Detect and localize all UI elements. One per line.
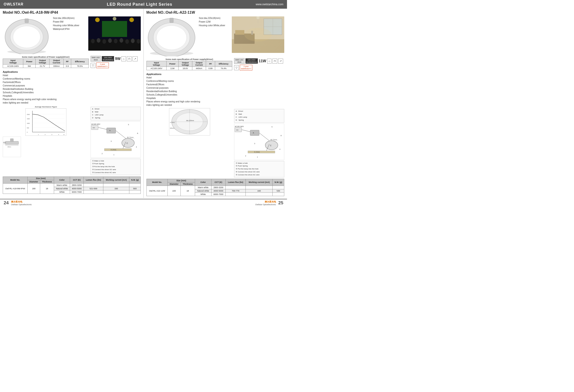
svg-text:180mm: 180mm xyxy=(7,146,11,148)
rtd2-cct-warm: 2800-3200 xyxy=(211,186,226,189)
svg-text:1: 1 xyxy=(113,154,114,156)
rtd2-current-natural: 440 xyxy=(246,189,273,193)
td-lumen-natural: 521-569 xyxy=(83,187,103,190)
step-3: ③ Put the lamp into the hole xyxy=(92,165,139,168)
rtd2-lumen-natural: 700-770 xyxy=(226,189,246,193)
rth-power: Power xyxy=(166,61,178,67)
svg-point-9 xyxy=(129,18,134,22)
page-num-left: 24 xyxy=(4,200,9,205)
right-legend-a: A Driver xyxy=(236,110,283,113)
svg-line-96 xyxy=(259,133,269,141)
svg-line-93 xyxy=(242,130,250,132)
left-spec-power: Power:9W xyxy=(53,20,86,24)
right-applications-list: Hotel Conference/Meeting rooms Factories… xyxy=(146,76,285,107)
td-current-warm xyxy=(103,183,129,187)
rtd2-color-white: White xyxy=(195,193,211,196)
svg-text:3: 3 xyxy=(52,134,52,135)
svg-point-82 xyxy=(244,28,272,41)
svg-text:500: 500 xyxy=(27,127,29,129)
footer-left: 24 澳尔星光电 Owlstar Optoelectronic xyxy=(4,200,32,206)
left-applications-title: Applications xyxy=(3,70,141,73)
svg-rect-94 xyxy=(250,130,259,136)
svg-text:2: 2 xyxy=(102,153,102,154)
left-model-title: Model NO.:Owl-RL-A18-9W-IP44 xyxy=(3,10,141,15)
step-4: ④ Connect the driver DC wire xyxy=(92,168,139,171)
svg-rect-80 xyxy=(251,29,253,35)
left-applications: Applications Hotel Conference/Meeting ro… xyxy=(3,70,141,104)
right-spec-power: Power:12W xyxy=(199,20,230,24)
svg-text:1: 1 xyxy=(38,134,39,135)
watt-badge: 9W xyxy=(115,57,121,61)
td-input-voltage: AC100-240V xyxy=(3,64,23,68)
td-cct-warm: 2800-3200 xyxy=(70,183,84,187)
svg-text:5: 5 xyxy=(128,124,129,125)
step-5: ⑤ Connect the driver AC wire xyxy=(92,171,139,174)
td-current-natural: 330 xyxy=(103,187,129,190)
svg-text:B (Wall): B (Wall) xyxy=(254,151,260,153)
right-applications: Applications Hotel Conference/Meeting ro… xyxy=(146,73,285,107)
rtd2-cct-white: 6000-7000 xyxy=(211,193,226,196)
svg-rect-70 xyxy=(232,17,284,53)
svg-text:320mm: 320mm xyxy=(170,127,174,129)
right-water-icon: ▽ xyxy=(234,65,239,70)
right-step-5: ⑤ Connect the driver AC wire xyxy=(236,174,283,176)
right-bottom-table-wrapper: Model No. Size (mm) Color CCT (K) Lumen … xyxy=(146,179,285,196)
svg-rect-73 xyxy=(264,19,282,35)
svg-point-8 xyxy=(95,18,100,22)
svg-text:3: 3 xyxy=(111,140,112,142)
output-icon: ↗ xyxy=(133,56,138,61)
rtd-power: 11W xyxy=(166,67,178,70)
th-nw: N.W. (g) xyxy=(129,176,141,183)
left-product-image xyxy=(3,17,51,55)
right-step-4: ④ Connect the driver DC wire xyxy=(236,171,283,174)
svg-point-12 xyxy=(91,39,95,43)
th-power: Power xyxy=(23,59,35,64)
td-model: Owl-RL-A18-9W-IP44 xyxy=(3,183,28,194)
right-product-row: Size:dia.220x18(mm) Power:12W Housing co… xyxy=(146,17,285,57)
right-product-specs: Size:dia.220x18(mm) Power:12W Housing co… xyxy=(199,17,230,27)
footer: 24 澳尔星光电 Owlstar Optoelectronic 澳尔星光电 Ow… xyxy=(0,199,287,207)
svg-text:4: 4 xyxy=(280,148,280,150)
rth2-thickness: Thickness xyxy=(181,182,195,186)
svg-point-17 xyxy=(120,38,123,43)
warranty-badge: 2 yearWARRANTY xyxy=(96,62,109,68)
rtd-efficiency: 74.4% xyxy=(215,67,232,70)
svg-text:m: m xyxy=(63,134,64,135)
th-pf: PF xyxy=(63,59,71,64)
svg-text:A: A xyxy=(253,132,254,134)
svg-point-69 xyxy=(159,28,174,38)
right-output-icon: ↗ xyxy=(278,59,283,64)
svg-text:1500: 1500 xyxy=(27,118,30,120)
right-power-spec-title: Some main specification of Power supply(… xyxy=(146,58,232,60)
rtd-input-voltage: AC100-240V xyxy=(146,67,166,70)
right-legend: A Driver B Wall C LED Lamp D Spring xyxy=(234,109,284,122)
rtd2-current-white xyxy=(246,193,273,196)
svg-text:C: C xyxy=(126,142,128,144)
left-power-spec-title: Some main specification of Power supply(… xyxy=(3,56,89,58)
left-steps: ① Make a hole ② Push Spring ③ Put the la… xyxy=(91,159,141,175)
svg-text:69 72mm: 69 72mm xyxy=(270,139,277,140)
td-current-white xyxy=(103,190,129,194)
svg-point-50 xyxy=(122,138,134,148)
td-pf: 0.9 xyxy=(63,64,71,68)
left-diagram-row: Average Illuminance Figure 0 500 1000 xyxy=(3,106,141,175)
svg-text:18mm: 18mm xyxy=(3,142,6,143)
right-watt-badge: 11W xyxy=(259,59,266,63)
rtd2-cct-natural: 4000-5000 xyxy=(211,189,226,193)
svg-line-46 xyxy=(98,127,106,129)
svg-point-10 xyxy=(113,17,116,20)
svg-point-19 xyxy=(131,39,135,43)
footer-company-en-right: Owlstar Optoelectronic xyxy=(255,203,276,206)
right-panel: Model NO.:Owl-RL-A22-11W xyxy=(144,9,287,198)
right-power-icons: SMD LED3528 100-240VAC(50/60Hz) 11W ⌂ ⊓ … xyxy=(234,58,284,70)
left-photo-inner xyxy=(88,17,141,51)
th-output-current: OutputCurrent xyxy=(49,59,63,64)
svg-text:AC100 240V: AC100 240V xyxy=(91,123,100,125)
svg-text:AC100 240V: AC100 240V xyxy=(235,125,244,127)
right-spec-size: Size:dia.220x18(mm) xyxy=(199,17,230,20)
td-nw-natural: 593 xyxy=(129,187,141,190)
svg-point-3 xyxy=(13,26,40,48)
svg-point-16 xyxy=(114,39,118,43)
svg-point-20 xyxy=(137,39,140,43)
left-spec-size: Size:dia.180x18(mm) xyxy=(53,17,86,20)
